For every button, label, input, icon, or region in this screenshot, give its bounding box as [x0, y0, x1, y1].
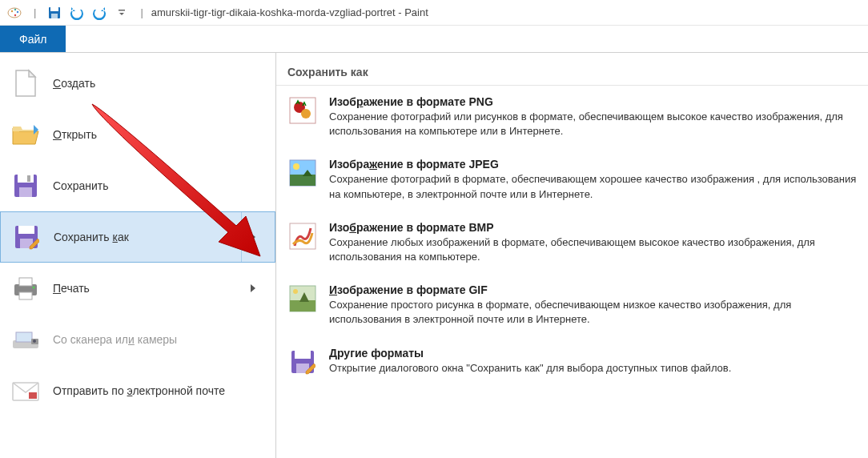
new-document-icon	[11, 69, 40, 98]
svg-rect-21	[16, 332, 32, 342]
svg-rect-6	[50, 7, 58, 11]
svg-point-23	[33, 339, 36, 343]
separator: |	[34, 6, 36, 18]
format-description: Сохранение любых изображений в формате, …	[329, 235, 857, 264]
svg-point-28	[301, 109, 311, 119]
svg-point-31	[293, 163, 299, 170]
separator: |	[140, 6, 143, 18]
menu-item-create[interactable]: Создать	[0, 58, 275, 109]
jpeg-format-icon	[287, 158, 318, 188]
menu-label: Создать	[53, 77, 264, 90]
menu-item-scanner: Со сканера или камеры	[0, 314, 275, 365]
format-label: Другие форматы	[329, 347, 857, 360]
svg-rect-30	[290, 175, 315, 186]
window-title: amurskii-tigr-tigr-dikaia-koshka-morda-v…	[151, 6, 428, 18]
svg-rect-7	[51, 14, 58, 18]
save-icon[interactable]	[47, 6, 62, 20]
format-description: Открытие диалогового окна "Сохранить как…	[329, 361, 857, 376]
svg-rect-34	[290, 300, 315, 311]
format-description: Сохранение фотографий в формате, обеспеч…	[329, 172, 857, 201]
file-menu-left-pane: Создать Открыть Сохранить	[0, 53, 276, 458]
redo-icon[interactable]	[92, 6, 106, 20]
menu-item-save-as[interactable]: Сохранить как	[0, 211, 275, 263]
submenu-title: Сохранить как	[276, 59, 868, 86]
chevron-right-icon	[242, 263, 264, 314]
format-label: Изображение в формате JPEG	[329, 158, 857, 171]
format-item-jpeg[interactable]: Изображение в формате JPEG Сохранение фо…	[276, 148, 868, 211]
svg-rect-11	[19, 187, 32, 197]
floppy-disk-icon	[11, 171, 40, 200]
format-item-gif[interactable]: Изображение в формате GIF Сохранение про…	[276, 274, 868, 336]
svg-point-35	[293, 289, 298, 294]
format-description: Сохранение фотографий или рисунков в фор…	[329, 110, 857, 139]
menu-label: Отправить по электронной почте	[53, 384, 264, 397]
paint-app-icon	[6, 5, 22, 21]
menu-label: Со сканера или камеры	[53, 333, 264, 346]
png-format-icon	[287, 95, 318, 126]
svg-rect-14	[18, 226, 34, 234]
svg-rect-37	[295, 351, 311, 359]
format-description: Сохранение простого рисунка в формате, о…	[329, 298, 857, 327]
svg-rect-25	[29, 392, 37, 399]
quick-access-toolbar: | |	[6, 5, 147, 21]
menu-item-email[interactable]: Отправить по электронной почте	[0, 365, 275, 416]
format-item-bmp[interactable]: Изображение в формате BMP Сохранение люб…	[276, 211, 868, 274]
file-menu: Создать Открыть Сохранить	[0, 53, 868, 458]
envelope-icon	[11, 376, 40, 405]
title-bar: | | amurskii-tigr-tigr-dikaia-ko	[0, 0, 868, 26]
format-item-other[interactable]: Другие форматы Открытие диалогового окна…	[276, 337, 868, 387]
customize-dropdown-icon[interactable]	[115, 6, 129, 20]
format-label: Изображение в формате GIF	[329, 283, 857, 296]
format-label: Изображение в формате BMP	[329, 221, 857, 234]
menu-item-print[interactable]: Печать	[0, 263, 275, 314]
format-label: Изображение в формате PNG	[329, 95, 857, 108]
svg-rect-17	[19, 278, 32, 286]
tab-file[interactable]: Файл	[0, 26, 66, 52]
format-item-png[interactable]: Изображение в формате PNG Сохранение фот…	[276, 86, 868, 148]
menu-label: Сохранить как	[54, 231, 228, 243]
svg-rect-12	[27, 175, 30, 182]
menu-item-save[interactable]: Сохранить	[0, 160, 275, 211]
other-format-icon	[287, 347, 318, 377]
svg-point-3	[17, 10, 18, 12]
svg-rect-10	[18, 175, 34, 183]
ribbon-tabs: Файл	[0, 26, 868, 53]
floppy-disk-pencil-icon	[12, 223, 41, 251]
scanner-icon	[11, 325, 40, 354]
svg-rect-8	[119, 10, 125, 11]
chevron-right-icon	[241, 211, 263, 263]
svg-point-1	[11, 10, 13, 11]
svg-point-19	[33, 287, 35, 289]
menu-label: Печать	[53, 282, 229, 295]
gif-format-icon	[287, 283, 318, 314]
svg-rect-18	[19, 292, 32, 299]
save-as-submenu: Сохранить как Изображение в формате PNG …	[276, 53, 868, 458]
bmp-format-icon	[287, 221, 318, 251]
svg-point-2	[14, 8, 16, 10]
menu-label: Сохранить	[53, 179, 264, 192]
folder-open-icon	[11, 120, 40, 149]
undo-icon[interactable]	[70, 6, 84, 20]
menu-item-open[interactable]: Открыть	[0, 109, 275, 160]
printer-icon	[11, 274, 40, 303]
menu-label: Открыть	[53, 128, 264, 141]
svg-point-4	[14, 14, 16, 15]
